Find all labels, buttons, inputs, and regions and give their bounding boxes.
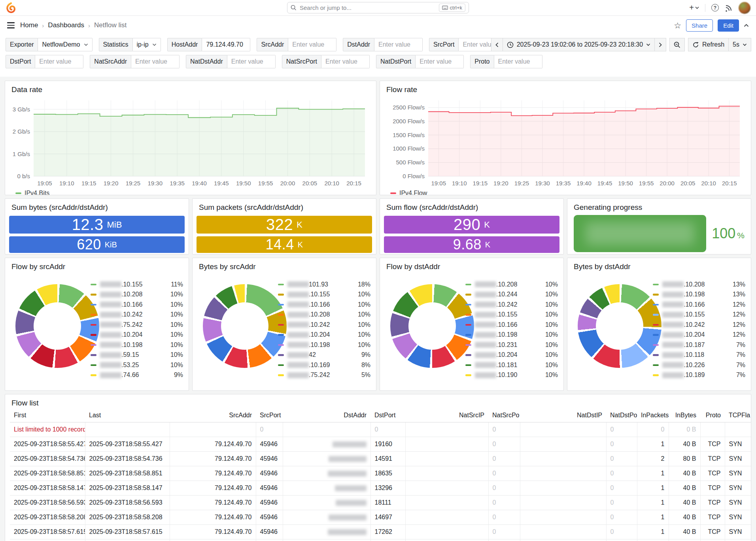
pie-legend-item[interactable]: .10.19010% [465,370,558,381]
filter-input-natdstaddr[interactable] [227,55,276,68]
favorite-star-icon[interactable]: ☆ [674,21,681,30]
pie-legend-item[interactable]: 101.9318% [278,279,370,290]
search-input[interactable]: Search or jump to... ctrl+k [287,2,469,13]
panel-title[interactable]: Flow rate [380,81,751,96]
menu-toggle-icon[interactable] [7,22,15,28]
panel-title[interactable]: Flow by srcAddr [5,258,189,273]
pie-legend-item[interactable]: .10.24212% [653,320,745,330]
panel-title[interactable]: Flow by dstAddr [380,258,563,273]
pie-legend-item[interactable]: .75.2425% [278,370,370,381]
pie-legend-item[interactable]: .10.18110% [465,360,558,370]
donut-chart[interactable] [578,284,662,368]
pie-legend-item[interactable]: .10.20813% [653,279,745,290]
table-row[interactable]: 2025-09-23T18:58:57.615 2025-09-23T18:58… [10,524,751,539]
pie-legend-item[interactable]: .10.20412% [653,330,745,340]
filter-select-exporter[interactable]: NetflowDemo [38,38,92,51]
filter-input-hostaddr[interactable] [202,38,250,51]
filter-input-natsrcaddr[interactable] [131,55,180,68]
pie-legend-item[interactable]: .10.20810% [91,290,183,300]
panel-title[interactable]: Flow list [5,394,751,409]
pie-legend-item[interactable]: .10.23110% [465,340,558,350]
column-header-last[interactable]: Last [85,409,170,422]
pie-legend-item[interactable]: .10.16610% [465,320,558,330]
refresh-button[interactable]: Refresh [688,38,729,51]
help-icon[interactable]: ? [711,4,719,11]
data-rate-chart[interactable]: 0 b/s1 Gb/s2 Gb/s3 Gb/s19:0519:1019:1519… [5,96,369,188]
pie-legend-item[interactable]: .10.15511% [91,279,183,290]
column-header-dstport[interactable]: DstPort [370,409,405,422]
time-shift-back-button[interactable] [491,38,503,51]
panel-title[interactable]: Bytes by dstAddr [567,258,751,273]
user-avatar[interactable] [739,2,750,14]
filter-input-dstaddr[interactable] [374,38,423,51]
panel-title[interactable]: Sum packets (srcAddr/dstAddr) [193,199,376,213]
pie-legend-item[interactable]: .10.16612% [653,300,745,310]
breadcrumb-home[interactable]: Home [20,21,38,29]
column-header-tcpfla[interactable]: TCPFla [725,409,751,422]
filter-input-srcaddr[interactable] [288,38,336,51]
panel-title[interactable]: Bytes by srcAddr [193,258,376,273]
edit-button[interactable]: Edit [718,19,739,32]
pie-legend-item[interactable]: .53.2510% [91,360,183,370]
zoom-out-time-button[interactable] [669,38,685,51]
pie-legend-item[interactable]: 429% [278,350,370,360]
time-range-picker[interactable]: 2025-09-23 19:02:06 to 2025-09-23 20:18:… [503,38,655,51]
pie-legend-item[interactable]: .10.19810% [465,330,558,340]
donut-chart[interactable] [203,284,287,368]
pie-legend-item[interactable]: .10.20410% [91,330,183,340]
panel-title[interactable]: Sum bytes (srcAddr/dstAddr) [5,199,189,213]
pie-legend-item[interactable]: .10.19810% [91,340,183,350]
filter-input-proto[interactable] [494,55,542,68]
panel-title[interactable]: Data rate [5,81,376,96]
pie-legend-item[interactable]: .10.20410% [465,350,558,360]
column-header-natsrcpo[interactable]: NatSrcPo [488,409,520,422]
column-header-natdstpo[interactable]: NatDstPo [606,409,637,422]
news-icon[interactable] [725,4,733,12]
donut-chart[interactable] [15,284,99,368]
column-header-proto[interactable]: Proto [700,409,725,422]
pie-legend-item[interactable]: .75.24210% [91,320,183,330]
share-button[interactable]: Share [686,19,713,32]
pie-legend-item[interactable]: .10.20810% [465,279,558,290]
time-shift-forward-button[interactable] [655,38,666,51]
pie-legend-item[interactable]: .10.1877% [653,340,745,350]
pie-legend-item[interactable]: .59.1510% [91,350,183,360]
pie-legend-item[interactable]: .10.16610% [278,300,370,310]
pie-legend-item[interactable]: .10.1897% [653,370,745,381]
column-header-srcaddr[interactable]: SrcAddr [170,409,256,422]
pie-legend-item[interactable]: .10.24410% [465,290,558,300]
filter-input-dstport[interactable] [35,55,83,68]
pie-legend-item[interactable]: .10.15512% [653,310,745,320]
pie-legend-item[interactable]: .10.20810% [278,310,370,320]
chart-legend[interactable]: IPv4.Bits [15,190,376,195]
donut-chart[interactable] [390,284,474,368]
column-header-first[interactable]: First [10,409,85,422]
collapse-chevron-icon[interactable] [744,24,749,27]
pie-legend-item[interactable]: .10.16610% [91,300,183,310]
breadcrumb-dashboards[interactable]: Dashboards [48,21,84,29]
table-row[interactable]: 2025-09-23T18:59:00.025 2025-09-23T18:59… [10,539,751,541]
column-header-natsrcip[interactable]: NatSrcIP [405,409,488,422]
pie-legend-item[interactable]: .10.19813% [653,290,745,300]
table-row[interactable]: 2025-09-23T18:58:54.736 2025-09-23T18:58… [10,451,751,466]
pie-legend-item[interactable]: .10.20410% [278,330,370,340]
table-row[interactable]: 2025-09-23T18:58:58.851 2025-09-23T18:58… [10,466,751,481]
column-header-dstaddr[interactable]: DstAddr [283,409,370,422]
pie-legend-item[interactable]: .10.24210% [465,300,558,310]
pie-legend-item[interactable]: .74.669% [91,370,183,381]
filter-input-natdstport[interactable] [416,55,464,68]
table-row[interactable]: 2025-09-23T18:58:55.427 2025-09-23T18:58… [10,437,751,451]
table-row[interactable]: 2025-09-23T18:58:58.147 2025-09-23T18:58… [10,481,751,495]
column-header-srcport[interactable]: SrcPort [256,409,283,422]
column-header-inbytes[interactable]: InBytes [669,409,700,422]
column-header-natdstip[interactable]: NatDstIP [520,409,606,422]
pie-legend-item[interactable]: .10.1698% [278,360,370,370]
pie-legend-item[interactable]: .10.24210% [91,310,183,320]
chart-legend[interactable]: IPv4.Flow [390,190,751,195]
pie-legend-item[interactable]: .10.2267% [653,360,745,370]
panel-title[interactable]: Sum flow (srcAddr/dstAddr) [380,199,563,213]
table-row[interactable]: 2025-09-23T18:58:56.593 2025-09-23T18:58… [10,495,751,510]
pie-legend-item[interactable]: .10.15510% [278,290,370,300]
pie-legend-item[interactable]: .10.19810% [278,340,370,350]
column-header-inpackets[interactable]: InPackets [637,409,669,422]
